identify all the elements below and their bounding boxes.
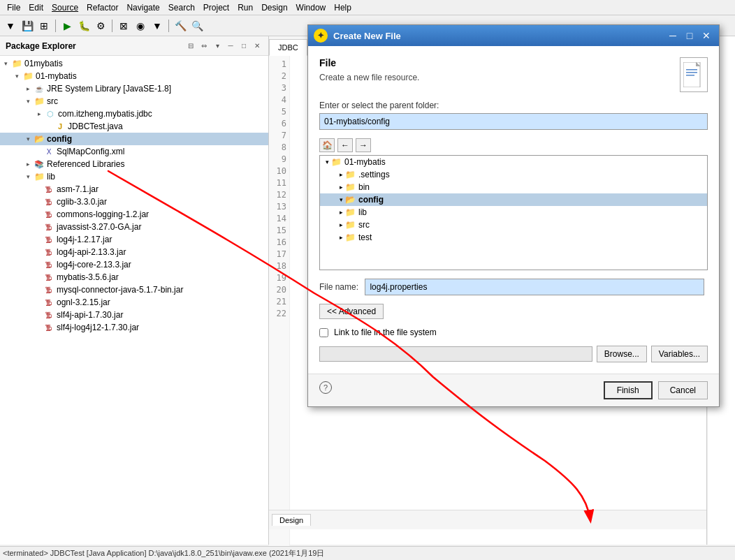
tree-item-mysql-connector[interactable]: 🗜mysql-connector-java-5.1.7-bin.jar [0, 283, 268, 296]
toolbar-new-btn[interactable]: ▼ [3, 18, 18, 34]
file-icon-config: 📂 [34, 134, 45, 144]
dialog-tree-item-dt-src[interactable]: ▸📁src [320, 219, 707, 231]
tree-item-config[interactable]: ▾📂config [0, 133, 268, 145]
tree-item-01mybatis[interactable]: ▾📁01-mybatis [0, 70, 268, 82]
tree-item-sqlmap[interactable]: XSqlMapConfig.xml [0, 145, 268, 158]
tree-item-ognl[interactable]: 🗜ognl-3.2.15.jar [0, 296, 268, 309]
help-icon[interactable]: ? [319, 381, 332, 394]
panel-close-icon[interactable]: ✕ [252, 40, 263, 52]
expand-icon-01mybatis-root[interactable]: ▾ [1, 59, 10, 68]
dialog-forward-btn[interactable]: → [356, 138, 371, 152]
dialog-expand-icon-dt-test[interactable]: ▸ [340, 234, 343, 241]
design-tab[interactable]: Design [272, 514, 311, 526]
tree-item-cglib[interactable]: 🗜cglib-3.3.0.jar [0, 196, 268, 208]
tree-item-com.itzheng[interactable]: ▸⬡com.itzheng.mybatis.jdbc [0, 108, 268, 120]
dialog-maximize-btn[interactable]: □ [683, 29, 697, 43]
dialog-expand-icon-dt-lib[interactable]: ▸ [340, 209, 343, 216]
file-name-input[interactable] [365, 279, 704, 295]
tree-item-jre[interactable]: ▸☕JRE System Library [JavaSE-1.8] [0, 82, 268, 95]
parent-folder-input[interactable] [319, 113, 708, 130]
tree-item-commons-logging[interactable]: 🗜commons-logging-1.2.jar [0, 208, 268, 221]
toolbar-profile-btn[interactable]: ⚙ [93, 18, 108, 34]
toolbar-save-btn[interactable]: 💾 [20, 18, 35, 34]
dialog-tree-item-dt-test[interactable]: ▸📁test [320, 231, 707, 244]
panel-min-icon[interactable]: ─ [225, 40, 236, 52]
dialog-tree-item-dt-bin[interactable]: ▸📁bin [320, 181, 707, 193]
toolbar-save-all-btn[interactable]: ⊞ [36, 18, 52, 34]
dialog-expand-icon-dt-src[interactable]: ▸ [340, 221, 343, 228]
menu-file[interactable]: File [3, 1, 24, 14]
tree-item-asm[interactable]: 🗜asm-7.1.jar [0, 183, 268, 196]
link-editor-icon[interactable]: ⇔ [198, 40, 210, 52]
dialog-tree-item-dt-01mybatis[interactable]: ▾📁01-mybatis [320, 156, 707, 168]
tree-item-log4j[interactable]: 🗜log4j-1.2.17.jar [0, 233, 268, 246]
link-path-input[interactable] [319, 346, 592, 362]
panel-max-icon[interactable]: □ [238, 40, 249, 52]
toolbar-debug-btn[interactable]: 🐛 [76, 18, 92, 34]
finish-btn[interactable]: Finish [604, 381, 653, 399]
parent-folder-label: Enter or select the parent folder: [319, 101, 708, 110]
tree-item-src[interactable]: ▾📁src [0, 95, 268, 108]
tree-item-01mybatis-root[interactable]: ▾📁01mybatis [0, 57, 268, 70]
toolbar-run-btn[interactable]: ▶ [59, 18, 75, 34]
menu-window[interactable]: Window [292, 1, 330, 14]
expand-icon-src[interactable]: ▾ [24, 97, 32, 105]
dialog-expand-icon-dt-bin[interactable]: ▸ [340, 184, 343, 191]
dialog-minimize-btn[interactable]: ─ [666, 29, 680, 43]
dialog-tree-item-dt-lib[interactable]: ▸📁lib [320, 206, 707, 219]
expand-icon-config[interactable]: ▾ [24, 135, 32, 143]
menu-search[interactable]: Search [164, 1, 199, 14]
tree-item-slf4j-api[interactable]: 🗜slf4j-api-1.7.30.jar [0, 309, 268, 321]
menu-project[interactable]: Project [199, 1, 233, 14]
tree-item-log4j-core[interactable]: 🗜log4j-core-2.13.3.jar [0, 258, 268, 271]
tree-item-javassist[interactable]: 🗜javassist-3.27.0-GA.jar [0, 221, 268, 233]
editor-tab-jdbc[interactable]: JDBC [269, 39, 307, 56]
dialog-tree-label-dt-bin: bin [358, 182, 370, 192]
expand-icon-lib[interactable]: ▾ [24, 172, 32, 181]
menu-design[interactable]: Design [257, 1, 291, 14]
tree-item-log4j-api[interactable]: 🗜log4j-api-2.13.3.jar [0, 246, 268, 258]
menu-navigate[interactable]: Navigate [122, 1, 163, 14]
dialog-expand-icon-dt-config[interactable]: ▾ [340, 196, 343, 203]
collapse-all-icon[interactable]: ⊟ [185, 40, 196, 52]
tree-item-mybatis[interactable]: 🗜mybatis-3.5.6.jar [0, 271, 268, 283]
toolbar-build-btn[interactable]: 🔨 [173, 18, 188, 34]
dialog-tree-container[interactable]: ▾📁01-mybatis▸📁.settings▸📁bin▾📂config▸📁li… [319, 155, 708, 270]
expand-icon-01mybatis[interactable]: ▾ [13, 72, 21, 80]
expand-icon-jre[interactable]: ▸ [24, 84, 32, 93]
toolbar-btn4[interactable]: ◉ [133, 18, 148, 34]
dialog-tree-item-dt-config[interactable]: ▾📂config [320, 193, 707, 206]
menu-help[interactable]: Help [330, 1, 356, 14]
file-icon-log4j-api: 🗜 [43, 247, 54, 257]
line-num-1: 1 [272, 59, 286, 71]
line-num-13: 13 [272, 201, 286, 213]
dialog-expand-icon-dt-settings[interactable]: ▸ [340, 171, 343, 178]
expand-icon-reflibs[interactable]: ▸ [24, 160, 32, 168]
file-icon-ognl: 🗜 [43, 297, 54, 307]
variables-btn[interactable]: Variables... [651, 346, 708, 362]
link-checkbox[interactable] [319, 328, 328, 337]
tree-item-slf4j-log4j12[interactable]: 🗜slf4j-log4j12-1.7.30.jar [0, 321, 268, 334]
browse-btn[interactable]: Browse... [597, 346, 647, 362]
tree-item-jdbctest[interactable]: JJDBCTest.java [0, 120, 268, 133]
toolbar-btn5[interactable]: ▼ [150, 18, 165, 34]
expand-icon-com.itzheng[interactable]: ▸ [35, 110, 43, 118]
toolbar-btn3[interactable]: ⊠ [116, 18, 131, 34]
dialog-tree-item-dt-settings[interactable]: ▸📁.settings [320, 168, 707, 181]
tree-item-lib[interactable]: ▾📁lib [0, 170, 268, 183]
advanced-btn[interactable]: << Advanced [319, 304, 384, 319]
panel-menu-icon[interactable]: ▾ [212, 40, 223, 52]
dialog-back-btn[interactable]: ← [337, 138, 353, 152]
line-num-20: 20 [272, 284, 286, 296]
toolbar-search-btn[interactable]: 🔍 [189, 18, 205, 34]
cancel-btn[interactable]: Cancel [658, 381, 708, 399]
menu-edit[interactable]: Edit [24, 1, 48, 14]
menu-refactor[interactable]: Refactor [82, 1, 122, 14]
dialog-home-btn[interactable]: 🏠 [319, 138, 335, 152]
menu-source[interactable]: Source [48, 1, 82, 14]
dialog-close-btn[interactable]: ✕ [699, 29, 713, 43]
dialog-expand-icon-dt-01mybatis[interactable]: ▾ [326, 159, 329, 165]
tree-item-reflibs[interactable]: ▸📚Referenced Libraries [0, 158, 268, 170]
line-num-11: 11 [272, 177, 286, 189]
menu-run[interactable]: Run [233, 1, 257, 14]
